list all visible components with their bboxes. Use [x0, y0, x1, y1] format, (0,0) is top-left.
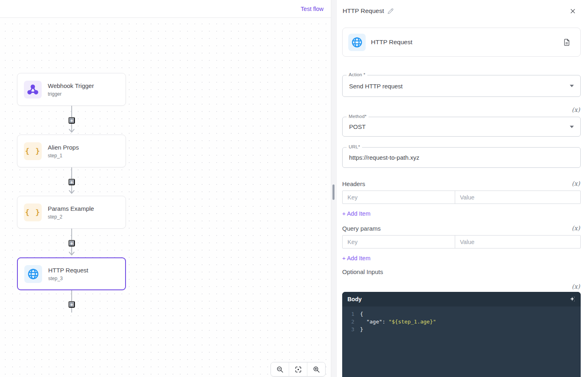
- chevron-down-icon: [570, 126, 574, 128]
- insert-variable-icon[interactable]: (x): [572, 106, 580, 114]
- add-step-button[interactable]: +: [68, 301, 75, 308]
- braces-icon: { }: [24, 142, 42, 160]
- variable-row: (x): [337, 106, 580, 114]
- panel-header: HTTP Request: [337, 0, 588, 15]
- node-step-name: step_3: [48, 276, 88, 281]
- body-editor-header: Body: [342, 292, 581, 306]
- body-code-editor: Body 1{ 2 "age": "${step_1.age}" 3}: [342, 292, 581, 377]
- arrow-down-icon: [69, 129, 75, 133]
- sparkle-icon: [569, 296, 575, 302]
- url-label: URL*: [347, 144, 362, 149]
- webhook-icon: [24, 81, 42, 99]
- code-line: 1{: [342, 310, 581, 318]
- zoom-in-icon: [313, 366, 320, 373]
- chevron-down-icon: [570, 85, 574, 87]
- method-select[interactable]: Method* POST: [342, 117, 581, 137]
- variable-row: (x): [337, 283, 580, 291]
- node-http-request[interactable]: HTTP Request step_3: [17, 257, 126, 290]
- fit-view-button[interactable]: [289, 362, 307, 376]
- code-line: 2 "age": "${step_1.age}": [342, 318, 581, 326]
- close-icon: [570, 8, 576, 14]
- node-title: Alien Props: [48, 144, 79, 151]
- body-code-area[interactable]: 1{ 2 "age": "${step_1.age}" 3}: [342, 306, 581, 333]
- body-editor-title: Body: [347, 296, 362, 302]
- node-alien-props[interactable]: { } Alien Props step_1: [17, 135, 126, 167]
- canvas-zoom-controls: [271, 362, 326, 377]
- add-step-button[interactable]: +: [68, 117, 75, 124]
- node-title: HTTP Request: [48, 267, 88, 274]
- flow-canvas[interactable]: Webhook Trigger trigger + { } Alien Prop…: [0, 18, 331, 377]
- globe-icon: [348, 34, 366, 51]
- node-step-name: step_1: [48, 153, 79, 159]
- action-value: Send HTTP request: [349, 83, 403, 90]
- ai-assist-button[interactable]: [569, 296, 575, 302]
- node-step-name: trigger: [48, 91, 94, 97]
- braces-icon: { }: [24, 203, 42, 221]
- piece-info-card: HTTP Request: [342, 28, 581, 57]
- zoom-in-button[interactable]: [307, 362, 325, 376]
- query-params-label: Query params: [342, 225, 381, 232]
- canvas-topbar: Test flow: [0, 0, 331, 18]
- headers-add-item-button[interactable]: + Add Item: [342, 210, 387, 218]
- query-params-key-input[interactable]: [343, 236, 455, 248]
- method-value: POST: [349, 123, 366, 130]
- headers-value-input[interactable]: [455, 191, 580, 203]
- arrow-down-icon: [69, 190, 75, 194]
- add-step-button[interactable]: +: [68, 179, 75, 185]
- query-params-section-header: Query params (x): [342, 224, 580, 233]
- action-select[interactable]: Action * Send HTTP request: [342, 75, 581, 97]
- method-label: Method*: [347, 114, 369, 119]
- zoom-out-icon: [276, 366, 284, 373]
- query-params-kv-row: [342, 235, 581, 248]
- headers-kv-row: [342, 191, 581, 204]
- step-settings-panel: HTTP Request HTTP Request: [337, 0, 588, 377]
- url-field: URL*: [342, 147, 581, 168]
- code-line: 3}: [342, 326, 581, 333]
- close-panel-button[interactable]: [570, 8, 576, 14]
- piece-name: HTTP Request: [371, 39, 412, 46]
- insert-variable-icon[interactable]: (x): [572, 283, 580, 291]
- panel-title: HTTP Request: [343, 7, 384, 15]
- node-webhook-trigger[interactable]: Webhook Trigger trigger: [17, 73, 126, 106]
- flow-canvas-pane: Test flow Webhook Trigger trigger +: [0, 0, 331, 377]
- zoom-out-button[interactable]: [271, 362, 289, 376]
- node-params-example[interactable]: { } Params Example step_2: [17, 196, 126, 229]
- query-params-value-input[interactable]: [455, 236, 580, 248]
- insert-variable-icon[interactable]: (x): [572, 225, 580, 232]
- edit-name-icon[interactable]: [388, 8, 394, 14]
- panel-resizer-gutter: [331, 0, 337, 377]
- arrow-down-icon: [69, 252, 75, 255]
- url-input[interactable]: [349, 154, 574, 161]
- insert-variable-icon[interactable]: (x): [572, 180, 580, 187]
- test-flow-button[interactable]: Test flow: [301, 6, 324, 12]
- globe-icon: [24, 265, 42, 283]
- action-label: Action *: [347, 72, 367, 77]
- optional-inputs-label: Optional Inputs: [342, 268, 580, 276]
- docs-button[interactable]: [563, 39, 571, 46]
- node-title: Params Example: [48, 205, 94, 212]
- headers-key-input[interactable]: [343, 191, 455, 203]
- document-icon: [563, 39, 571, 46]
- fit-view-icon: [294, 366, 302, 373]
- panel-resize-handle[interactable]: [332, 184, 334, 200]
- node-step-name: step_2: [48, 214, 94, 220]
- add-step-button[interactable]: +: [68, 240, 75, 246]
- node-title: Webhook Trigger: [48, 82, 94, 89]
- headers-label: Headers: [342, 180, 365, 187]
- query-params-add-item-button[interactable]: + Add Item: [342, 254, 387, 262]
- headers-section-header: Headers (x): [342, 179, 580, 188]
